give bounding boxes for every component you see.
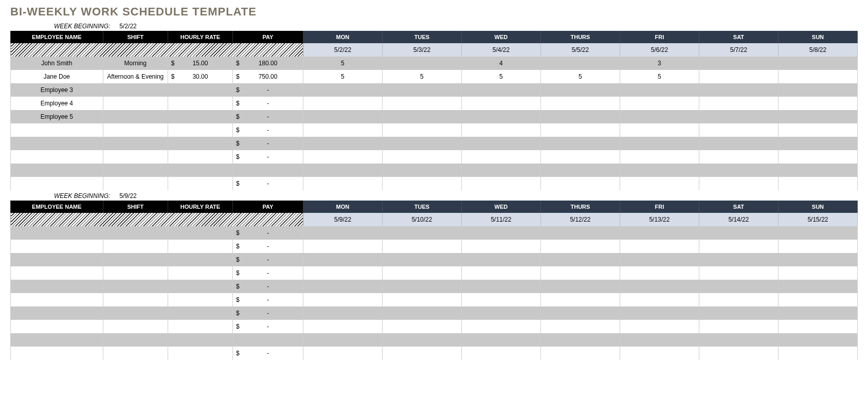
hours-cell[interactable]	[303, 240, 382, 253]
hours-cell[interactable]	[778, 177, 857, 190]
hours-cell[interactable]	[382, 137, 461, 150]
employee-name-cell[interactable]	[11, 150, 103, 164]
hours-cell[interactable]	[540, 320, 620, 333]
hours-cell[interactable]	[778, 320, 857, 333]
hours-cell[interactable]	[461, 253, 540, 266]
shift-cell[interactable]	[103, 333, 168, 347]
hours-cell[interactable]	[461, 266, 540, 280]
hours-cell[interactable]	[699, 253, 778, 266]
hours-cell[interactable]	[778, 57, 857, 70]
employee-name-cell[interactable]	[11, 226, 103, 240]
hours-cell[interactable]	[540, 83, 620, 97]
hourly-rate-cell[interactable]: $15.00	[168, 57, 232, 70]
hours-cell[interactable]	[620, 97, 699, 110]
pay-cell[interactable]: $-	[233, 83, 303, 97]
hours-cell[interactable]	[778, 150, 857, 164]
hours-cell[interactable]	[461, 293, 540, 306]
hours-cell[interactable]	[699, 97, 778, 110]
pay-cell[interactable]: $-	[233, 320, 303, 333]
hours-cell[interactable]: 5	[382, 70, 461, 83]
hours-cell[interactable]	[540, 240, 620, 253]
hours-cell[interactable]	[778, 347, 857, 360]
pay-cell[interactable]: $750.00	[233, 70, 303, 83]
hours-cell[interactable]	[540, 97, 620, 110]
hours-cell[interactable]	[461, 110, 540, 123]
hours-cell[interactable]	[303, 226, 382, 240]
date-cell[interactable]: 5/2/22	[303, 43, 382, 57]
hours-cell[interactable]	[303, 320, 382, 333]
hours-cell[interactable]	[540, 280, 620, 293]
pay-cell[interactable]	[233, 333, 303, 347]
hours-cell[interactable]	[382, 293, 461, 306]
shift-cell[interactable]	[103, 150, 168, 164]
hours-cell[interactable]: 5	[303, 57, 382, 70]
hours-cell[interactable]	[461, 226, 540, 240]
hours-cell[interactable]	[699, 240, 778, 253]
hours-cell[interactable]	[778, 226, 857, 240]
shift-cell[interactable]	[103, 226, 168, 240]
pay-cell[interactable]: $-	[233, 97, 303, 110]
pay-cell[interactable]: $-	[233, 347, 303, 360]
pay-cell[interactable]: $-	[233, 177, 303, 190]
hours-cell[interactable]	[303, 97, 382, 110]
employee-name-cell[interactable]: Employee 4	[11, 97, 103, 110]
hours-cell[interactable]	[699, 83, 778, 97]
hourly-rate-cell[interactable]	[168, 110, 232, 123]
hours-cell[interactable]: 5	[461, 70, 540, 83]
hours-cell[interactable]	[461, 164, 540, 177]
hours-cell[interactable]	[778, 164, 857, 177]
hourly-rate-cell[interactable]	[168, 240, 232, 253]
pay-cell[interactable]: $-	[233, 253, 303, 266]
hours-cell[interactable]	[699, 137, 778, 150]
hours-cell[interactable]	[778, 123, 857, 137]
hours-cell[interactable]	[303, 164, 382, 177]
hours-cell[interactable]	[699, 280, 778, 293]
hours-cell[interactable]	[461, 240, 540, 253]
hours-cell[interactable]	[620, 320, 699, 333]
hours-cell[interactable]	[382, 97, 461, 110]
hours-cell[interactable]	[620, 280, 699, 293]
hours-cell[interactable]	[699, 123, 778, 137]
hours-cell[interactable]	[540, 347, 620, 360]
hours-cell[interactable]	[699, 70, 778, 83]
hourly-rate-cell[interactable]: $30.00	[168, 70, 232, 83]
hours-cell[interactable]	[303, 347, 382, 360]
hourly-rate-cell[interactable]	[168, 280, 232, 293]
hours-cell[interactable]	[778, 266, 857, 280]
hours-cell[interactable]	[303, 280, 382, 293]
shift-cell[interactable]	[103, 320, 168, 333]
hours-cell[interactable]	[382, 164, 461, 177]
shift-cell[interactable]	[103, 137, 168, 150]
hours-cell[interactable]	[540, 110, 620, 123]
hours-cell[interactable]	[382, 226, 461, 240]
hours-cell[interactable]	[620, 333, 699, 347]
hourly-rate-cell[interactable]	[168, 333, 232, 347]
employee-name-cell[interactable]	[11, 280, 103, 293]
shift-cell[interactable]	[103, 123, 168, 137]
hours-cell[interactable]	[778, 137, 857, 150]
date-cell[interactable]: 5/6/22	[620, 43, 699, 57]
hours-cell[interactable]	[461, 347, 540, 360]
hours-cell[interactable]	[778, 280, 857, 293]
hours-cell[interactable]	[699, 306, 778, 320]
employee-name-cell[interactable]: Jane Doe	[11, 70, 103, 83]
hours-cell[interactable]	[620, 123, 699, 137]
shift-cell[interactable]	[103, 97, 168, 110]
hours-cell[interactable]	[699, 293, 778, 306]
hours-cell[interactable]	[461, 83, 540, 97]
hourly-rate-cell[interactable]	[168, 293, 232, 306]
date-cell[interactable]: 5/8/22	[778, 43, 857, 57]
hours-cell[interactable]	[699, 266, 778, 280]
hourly-rate-cell[interactable]	[168, 150, 232, 164]
hours-cell[interactable]	[303, 253, 382, 266]
employee-name-cell[interactable]	[11, 164, 103, 177]
hourly-rate-cell[interactable]	[168, 177, 232, 190]
hours-cell[interactable]	[303, 306, 382, 320]
hourly-rate-cell[interactable]	[168, 266, 232, 280]
pay-cell[interactable]: $-	[233, 266, 303, 280]
hours-cell[interactable]: 5	[620, 70, 699, 83]
date-cell[interactable]: 5/14/22	[699, 213, 778, 226]
shift-cell[interactable]	[103, 83, 168, 97]
hours-cell[interactable]	[699, 57, 778, 70]
shift-cell[interactable]	[103, 266, 168, 280]
